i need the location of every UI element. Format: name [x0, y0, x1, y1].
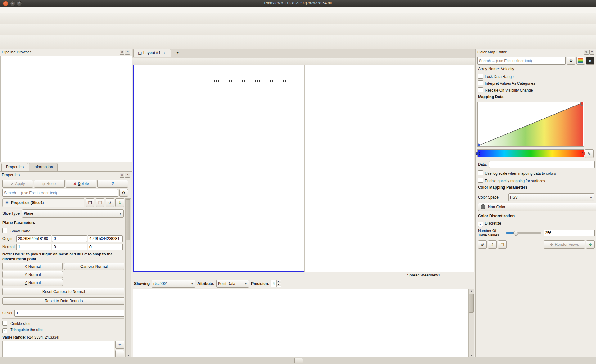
opacity-mapping-checkbox[interactable]	[478, 178, 483, 183]
paste-properties-icon[interactable]: ❒	[96, 198, 104, 207]
slice-type-dropdown[interactable]: Plane▼	[22, 209, 124, 218]
z-normal-button[interactable]: Z Normal	[2, 279, 63, 286]
properties-actions: ✔Apply ⊘Reset ✖Delete ?	[2, 180, 128, 188]
render-views-now-icon[interactable]: ❖	[586, 240, 595, 249]
load-palette-icon[interactable]: ❐	[498, 240, 507, 249]
chevron-down-icon: ▼	[189, 282, 194, 285]
close-panel-icon[interactable]: ✕	[125, 173, 130, 178]
close-panel-icon[interactable]: ✕	[589, 50, 594, 55]
section-title-box[interactable]: ☰Properties (Slice1)	[2, 198, 84, 207]
float-panel-icon[interactable]: ⧉	[120, 173, 124, 178]
table-values-row: Number Of Table Values	[478, 229, 595, 238]
restore-defaults-icon[interactable]: ↺	[478, 240, 487, 249]
slice-type-label: Slice Type	[2, 211, 20, 216]
help-button[interactable]: ?	[97, 180, 128, 188]
spreadsheet-vscrollbar[interactable]: ▲ ▼	[468, 289, 474, 357]
origin-y-field[interactable]	[52, 235, 87, 242]
normal-y-field[interactable]	[52, 244, 87, 250]
nan-color-button[interactable]: Nan Color	[478, 203, 596, 211]
crinkle-slice-checkbox[interactable]	[2, 321, 7, 326]
x-normal-button[interactable]: X Normal	[2, 263, 63, 270]
log-scale-checkbox[interactable]	[478, 170, 483, 175]
transfer-handle-start[interactable]	[478, 144, 480, 146]
data-value-field[interactable]	[489, 161, 595, 168]
float-panel-icon[interactable]: ⧉	[120, 50, 124, 55]
pipeline-browser-title: Pipeline Browser	[2, 50, 31, 54]
lock-data-range-row: Lock Data Range	[478, 74, 514, 79]
properties-scrollbar[interactable]: ▼	[125, 198, 131, 358]
color-transfer-strip[interactable]	[477, 149, 584, 157]
cme-search-input[interactable]	[477, 57, 566, 65]
scalar-colorbar[interactable]	[211, 74, 288, 86]
data-row: Data:	[478, 161, 595, 168]
search-options-gear-icon[interactable]: ⚙	[567, 57, 575, 65]
title-bar: x – □ ParaView 5.2.0-RC2-29-g7b25328 64-…	[0, 0, 596, 7]
normal-x-field[interactable]	[16, 244, 51, 250]
apply-button[interactable]: ✔Apply	[2, 180, 33, 188]
properties-search-input[interactable]	[2, 189, 118, 197]
choose-preset-icon[interactable]	[576, 57, 585, 65]
nan-color-swatch	[481, 204, 485, 209]
search-options-gear-icon[interactable]: ⚙	[119, 189, 128, 197]
scroll-down-icon[interactable]: ▼	[126, 354, 131, 357]
copy-properties-icon[interactable]: ❐	[86, 198, 94, 207]
add-value-button[interactable]: ✚	[115, 341, 124, 349]
origin-label: Origin	[2, 236, 16, 241]
reset-to-data-bounds-button[interactable]: Reset to Data Bounds	[2, 297, 124, 305]
parallel-coordinates-view[interactable]	[304, 65, 474, 272]
render-view[interactable]	[133, 65, 304, 272]
scroll-up-icon[interactable]: ▲	[469, 290, 474, 293]
color-space-dropdown[interactable]: HSV▼	[508, 193, 594, 201]
save-as-preset-icon[interactable]: e	[586, 57, 594, 65]
precision-spinbox[interactable]: 6▲▼	[271, 280, 281, 287]
interpret-categories-checkbox[interactable]	[478, 80, 483, 85]
discretize-checkbox[interactable]: ✓	[478, 222, 483, 227]
reset-camera-to-normal-button[interactable]: Reset Camera to Normal	[2, 288, 124, 295]
strip-handle-left[interactable]	[476, 152, 480, 155]
layout-tab[interactable]: ◫Layout #1✕	[133, 49, 171, 57]
camera-normal-button[interactable]: Camera Normal	[64, 263, 124, 270]
show-plane-checkbox[interactable]	[2, 228, 7, 233]
offset-field[interactable]	[14, 310, 124, 317]
edit-strip-icon[interactable]: ✎	[585, 149, 594, 158]
reset-defaults-icon[interactable]: ↺	[106, 198, 114, 207]
tab-information[interactable]: Information	[29, 163, 58, 171]
attribute-dropdown[interactable]: Point Data▼	[216, 280, 249, 288]
origin-z-field[interactable]	[88, 235, 123, 242]
properties-search-row: ⚙	[2, 189, 128, 197]
pick-note: Note: Use 'P' to pick 'Origin' on mesh o…	[2, 252, 124, 262]
slice-offsets-list[interactable]	[2, 341, 114, 358]
normal-z-field[interactable]	[88, 244, 123, 250]
transfer-handle-end[interactable]	[580, 102, 583, 106]
save-defaults-icon[interactable]: ⇩	[115, 198, 124, 207]
new-layout-tab[interactable]: +	[172, 49, 183, 56]
spin-down-icon[interactable]: ▼	[277, 283, 281, 286]
opacity-function-widget[interactable]	[477, 102, 584, 147]
render-views-button[interactable]: ❖Render Views	[544, 240, 585, 249]
triangulate-checkbox[interactable]: ✓	[2, 328, 7, 333]
properties-titlebar: Properties ⧉ ✕	[0, 172, 132, 178]
reset-button[interactable]: ⊘Reset	[34, 180, 65, 188]
close-tab-icon[interactable]: ✕	[163, 52, 167, 55]
float-panel-icon[interactable]: ⧉	[584, 50, 589, 55]
spin-up-icon[interactable]: ▲	[277, 280, 281, 283]
scroll-down-icon[interactable]: ▼	[469, 354, 474, 357]
pipeline-tree[interactable]	[0, 56, 132, 162]
y-normal-button[interactable]: Y Normal	[2, 271, 63, 278]
origin-x-field[interactable]	[16, 235, 51, 242]
close-panel-icon[interactable]: ✕	[125, 50, 130, 55]
delete-button[interactable]: ✖Delete	[66, 180, 96, 188]
table-values-field[interactable]	[544, 230, 595, 236]
mapping-data-heading: Mapping Data	[478, 95, 594, 100]
table-values-slider[interactable]	[506, 232, 541, 234]
tab-properties[interactable]: Properties	[1, 163, 28, 171]
chevron-down-icon: ▼	[242, 282, 247, 285]
showing-dropdown[interactable]: rbc.000*▼	[152, 280, 195, 288]
splitter-grip[interactable]	[294, 358, 303, 363]
save-as-default-icon[interactable]: ⇩	[488, 240, 497, 249]
value-range-row: Value Range: [-24.3334, 24.3334]	[2, 335, 124, 339]
rescale-visibility-checkbox[interactable]	[478, 87, 483, 92]
spreadsheet-table-wrap[interactable]	[133, 289, 469, 357]
attribute-label: Attribute:	[197, 281, 214, 286]
lock-data-range-checkbox[interactable]	[478, 74, 483, 79]
